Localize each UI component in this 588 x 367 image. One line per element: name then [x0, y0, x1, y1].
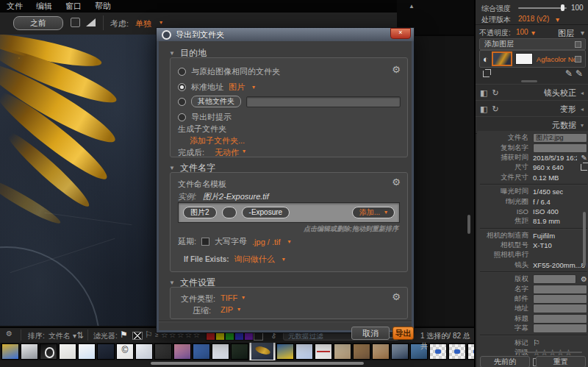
filmstrip-thumbnail[interactable] [231, 343, 248, 360]
preview-toggle-icon[interactable] [71, 18, 80, 27]
metadata-field[interactable] [533, 324, 587, 333]
layers-label[interactable]: 图层 [558, 28, 574, 39]
collapse-top-panel-icon[interactable]: ▲ [409, 3, 415, 10]
filmstrip-thumbnail[interactable] [372, 343, 390, 360]
filmstrip-thumbnail[interactable] [173, 343, 191, 360]
pencil-icon[interactable]: ✎ [581, 154, 587, 162]
gear-icon[interactable]: ⚙ [581, 275, 587, 283]
uppercase-checkbox[interactable] [201, 238, 209, 246]
menu-edit[interactable]: 编辑 [29, 1, 59, 12]
menu-help[interactable]: 帮助 [88, 1, 118, 12]
filmstrip-thumbnail[interactable] [1, 343, 19, 360]
filmstrip-thumbnail[interactable] [97, 343, 115, 360]
reset-icon[interactable]: ↻ [492, 88, 498, 98]
strength-slider[interactable] [518, 7, 567, 9]
sort-direction-icon[interactable]: ⇅ [76, 330, 84, 341]
filmstrip-thumbnail[interactable] [59, 343, 76, 360]
add-subfolder-link[interactable]: 添加子文件夹... [190, 135, 245, 146]
radio-icon[interactable] [178, 113, 186, 121]
radio-same-folder[interactable]: 与原始图像相同的文件夹 [178, 66, 280, 77]
gear-icon[interactable]: ⚙ [392, 292, 401, 302]
metadata-field[interactable] [533, 274, 576, 284]
reset-button[interactable]: 重置 [536, 356, 586, 367]
filmstrip-thumbnail[interactable] [212, 343, 229, 360]
filmstrip-thumbnail[interactable] [353, 343, 370, 360]
menu-file[interactable]: 文件 [0, 1, 29, 12]
sort-value[interactable]: 文件名 [49, 331, 71, 341]
menu-window[interactable]: 窗口 [59, 1, 88, 12]
brush-icon[interactable]: ✎ [565, 68, 573, 79]
split-view-icon[interactable]: ◧ [480, 104, 487, 114]
split-view-icon[interactable]: ◧ [480, 88, 487, 98]
other-folder-button[interactable]: 其他文件夹 [191, 96, 241, 107]
crop-icon[interactable] [581, 164, 587, 171]
filmstrip-thumbnail-selected[interactable] [250, 342, 275, 360]
metadata-field[interactable] [533, 285, 587, 294]
gear-icon[interactable]: ⚙ [392, 177, 401, 187]
before-button[interactable]: 之前 [13, 16, 63, 30]
add-layer-button[interactable]: 添加图层 [479, 38, 586, 50]
reset-icon[interactable]: ↻ [492, 104, 498, 114]
filter-color-none[interactable] [254, 332, 263, 341]
gear-icon[interactable]: ⚙ [6, 330, 12, 338]
filmstrip-thumbnail[interactable] [193, 343, 210, 360]
filmstrip-thumbnail[interactable] [154, 343, 172, 360]
filmstrip-scrollbar[interactable] [0, 360, 474, 367]
standard-location-value[interactable]: 图片 [229, 82, 245, 93]
layer-row[interactable]: ◐ Agfacolor Neu - D... [479, 50, 586, 68]
filmstrip-thumbnail[interactable] [334, 343, 351, 360]
strength-slider-knob[interactable] [561, 4, 564, 11]
metadata-scrollbar[interactable] [583, 212, 586, 266]
opacity-value[interactable]: 100 [516, 28, 528, 36]
gear-icon[interactable]: ⚙ [392, 65, 401, 74]
panel-header-lens[interactable]: ◧ ↻ 镜头校正 ◂ [476, 84, 588, 101]
metadata-field[interactable] [533, 143, 587, 153]
radio-standard-location[interactable]: 标准地址 图片 ▾ [178, 82, 255, 93]
flag-rejected-icon[interactable] [132, 332, 143, 340]
filmstrip-thumbnail[interactable] [78, 343, 96, 360]
version-value[interactable]: 2018 (v2) [518, 15, 549, 23]
other-folder-input[interactable] [246, 96, 401, 107]
radio-icon[interactable] [178, 98, 186, 106]
previous-button[interactable]: 先前的 [480, 356, 530, 367]
filmstrip-scroll-handle[interactable] [151, 362, 364, 365]
close-button[interactable]: × [390, 28, 411, 39]
after-export-value[interactable]: 无动作 [215, 147, 239, 158]
filename-token[interactable] [222, 207, 237, 218]
filter-color-chip[interactable] [206, 332, 215, 341]
filmstrip-thumbnail[interactable] [116, 343, 134, 360]
layer-visibility-icon[interactable] [575, 56, 581, 63]
flag-unflagged-icon[interactable]: ⚐ [145, 329, 153, 340]
view-mode-value[interactable]: 单独 [135, 18, 151, 29]
filmstrip-thumbnail[interactable] [315, 343, 332, 360]
filmstrip-thumbnail[interactable] [391, 343, 409, 360]
filter-color-chip[interactable] [244, 332, 254, 341]
layer-name[interactable]: Agfacolor Neu - D... [537, 55, 575, 63]
token-bar[interactable]: 图片2-Exposure 添加... ▾ [178, 202, 400, 223]
filter-color-chip[interactable] [215, 332, 225, 341]
filter-color-chip[interactable] [234, 332, 244, 341]
filmstrip-thumbnail[interactable] [276, 343, 294, 360]
export-button[interactable]: 导出 [392, 327, 414, 340]
ramp-icon[interactable] [86, 18, 96, 26]
panel-grip[interactable] [521, 80, 537, 82]
filmstrip-thumbnail[interactable] [21, 343, 38, 360]
radio-other-folder[interactable]: 其他文件夹 [178, 96, 401, 107]
layer-visibility-icon[interactable] [575, 41, 581, 48]
filename-token[interactable]: 图片2 [183, 207, 217, 218]
filmstrip-thumbnail[interactable] [295, 343, 313, 360]
radio-icon[interactable] [178, 68, 186, 76]
flag-picked-icon[interactable]: ⚑ [120, 329, 128, 340]
metadata-field[interactable] [533, 294, 587, 304]
metadata-field[interactable] [533, 314, 587, 324]
panel-header-transform[interactable]: ◧ ↻ 变形 ◂ [476, 100, 588, 118]
flag-icon[interactable]: ⚐ [533, 338, 540, 348]
layer-thumbnail[interactable] [492, 51, 512, 66]
cancel-button[interactable]: 取消 [351, 327, 390, 340]
radio-prompt-on-export[interactable]: 导出时提示 [178, 112, 232, 123]
compression-value[interactable]: ZIP [220, 305, 233, 314]
if-exists-value[interactable]: 询问做什么 [234, 254, 275, 265]
metadata-field[interactable] [533, 304, 587, 313]
canvas-scrollbar[interactable] [467, 215, 470, 234]
pen-icon[interactable]: ✎ [576, 68, 583, 79]
